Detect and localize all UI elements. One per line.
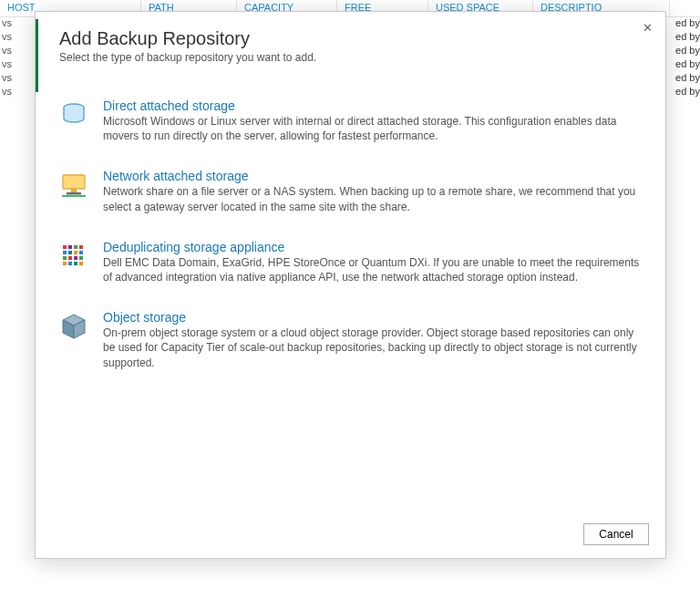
repository-type-option[interactable]: Network attached storageNetwork share on…	[59, 169, 642, 213]
row-left-fragment: vs	[2, 45, 12, 56]
svg-rect-20	[79, 262, 83, 265]
repository-type-list: Direct attached storageMicrosoft Windows…	[36, 71, 665, 514]
close-button[interactable]: ✕	[638, 19, 656, 37]
row-right-fragment: ed by	[675, 17, 700, 28]
object-cube-icon	[59, 312, 88, 341]
row-right-fragment: ed by	[675, 45, 700, 56]
option-description: Network share on a file server or a NAS …	[103, 184, 642, 213]
svg-rect-16	[79, 256, 83, 260]
repository-type-option[interactable]: Object storageOn-prem object storage sys…	[59, 310, 642, 370]
svg-rect-17	[63, 262, 67, 265]
option-description: On-prem object storage system or a cloud…	[103, 326, 642, 370]
row-left-fragment: vs	[2, 86, 12, 97]
option-title: Network attached storage	[103, 169, 642, 183]
svg-rect-6	[68, 245, 72, 249]
svg-rect-12	[79, 251, 83, 254]
svg-rect-5	[63, 245, 67, 249]
svg-rect-18	[68, 262, 72, 265]
close-icon: ✕	[643, 21, 653, 35]
svg-rect-10	[68, 251, 72, 254]
svg-rect-3	[67, 192, 81, 195]
dialog-header: Add Backup Repository Select the type of…	[36, 12, 665, 71]
svg-rect-8	[79, 245, 83, 249]
option-title: Object storage	[103, 310, 642, 325]
svg-rect-2	[71, 189, 77, 192]
option-description: Dell EMC Data Domain, ExaGrid, HPE Store…	[103, 255, 642, 284]
svg-rect-19	[74, 262, 77, 265]
svg-rect-13	[63, 256, 67, 260]
option-body: Direct attached storageMicrosoft Windows…	[103, 98, 642, 143]
repository-type-option[interactable]: Deduplicating storage applianceDell EMC …	[59, 240, 642, 284]
dedupe-grid-icon	[59, 242, 88, 271]
row-right-fragment: ed by	[675, 72, 700, 83]
repository-type-option[interactable]: Direct attached storageMicrosoft Windows…	[59, 98, 642, 143]
svg-rect-7	[74, 245, 77, 249]
dialog-footer: Cancel	[36, 514, 665, 558]
option-description: Microsoft Windows or Linux server with i…	[103, 114, 642, 143]
dialog-subtitle: Select the type of backup repository you…	[59, 51, 642, 64]
svg-rect-14	[68, 256, 72, 260]
svg-rect-15	[74, 256, 77, 260]
svg-rect-11	[74, 251, 77, 254]
option-body: Network attached storageNetwork share on…	[103, 169, 642, 213]
row-left-fragment: vs	[2, 31, 12, 42]
row-left-fragment: vs	[2, 72, 12, 83]
row-left-fragment: vs	[2, 17, 12, 28]
svg-rect-4	[62, 195, 86, 197]
svg-rect-9	[63, 251, 67, 254]
option-title: Deduplicating storage appliance	[103, 240, 642, 254]
option-body: Deduplicating storage applianceDell EMC …	[103, 240, 642, 284]
row-right-fragment: ed by	[675, 86, 700, 97]
row-right-fragment: ed by	[675, 58, 700, 69]
svg-rect-1	[63, 175, 85, 189]
cancel-button[interactable]: Cancel	[583, 523, 649, 545]
disk-stack-icon	[59, 100, 88, 129]
row-right-fragment: ed by	[675, 31, 700, 42]
row-left-fragment: vs	[2, 58, 12, 69]
dialog-title: Add Backup Repository	[59, 28, 642, 49]
nas-monitor-icon	[59, 170, 88, 200]
option-title: Direct attached storage	[103, 98, 642, 113]
option-body: Object storageOn-prem object storage sys…	[103, 310, 642, 370]
add-backup-repository-dialog: Add Backup Repository Select the type of…	[35, 11, 666, 559]
